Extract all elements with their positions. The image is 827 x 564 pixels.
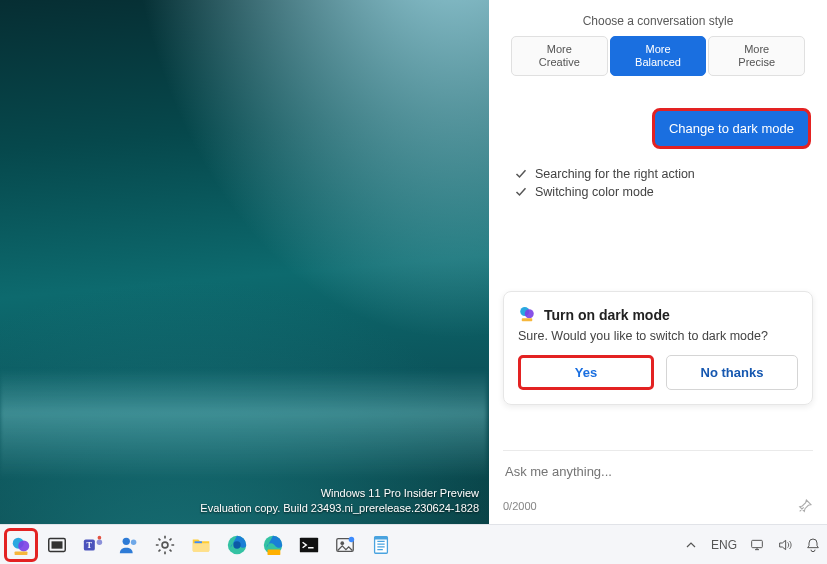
confirm-card: Turn on dark mode Sure. Would you like t… — [503, 291, 813, 405]
system-tray: ENG — [683, 537, 821, 553]
pin-icon[interactable] — [797, 498, 813, 514]
svg-rect-16 — [195, 541, 202, 543]
svg-point-24 — [349, 536, 355, 542]
chat-input[interactable] — [503, 463, 813, 480]
copilot-panel: Choose a conversation style More Creativ… — [489, 0, 827, 524]
tray-overflow-icon[interactable] — [683, 537, 699, 553]
svg-point-14 — [162, 542, 168, 548]
svg-rect-15 — [193, 543, 210, 551]
task-view-icon[interactable] — [42, 530, 72, 560]
taskbar-left: T — [6, 530, 396, 560]
settings-icon[interactable] — [150, 530, 180, 560]
file-explorer-icon[interactable] — [186, 530, 216, 560]
svg-point-10 — [97, 539, 103, 545]
svg-text:T: T — [87, 540, 93, 549]
yes-button[interactable]: Yes — [518, 355, 654, 390]
svg-point-12 — [123, 537, 130, 544]
card-body: Sure. Would you like to switch to dark m… — [518, 329, 798, 343]
svg-rect-26 — [375, 536, 388, 539]
style-tab-precise[interactable]: More Precise — [708, 36, 805, 76]
svg-point-11 — [98, 535, 102, 539]
svg-point-23 — [340, 541, 344, 545]
user-message-row: Change to dark mode — [489, 94, 827, 159]
check-icon — [515, 186, 527, 198]
terminal-icon[interactable] — [294, 530, 324, 560]
copilot-icon[interactable] — [6, 530, 36, 560]
conversation-style-header: Choose a conversation style — [489, 14, 827, 28]
svg-point-1 — [525, 310, 534, 319]
volume-icon[interactable] — [777, 537, 793, 553]
chat-input-area: 0/2000 — [503, 450, 813, 514]
no-thanks-button[interactable]: No thanks — [666, 355, 798, 390]
check-icon — [515, 168, 527, 180]
edge-icon[interactable] — [222, 530, 252, 560]
teams-icon[interactable]: T — [78, 530, 108, 560]
svg-point-13 — [131, 539, 137, 545]
card-title: Turn on dark mode — [544, 307, 670, 323]
notifications-icon[interactable] — [805, 537, 821, 553]
svg-rect-27 — [752, 540, 763, 547]
style-tab-creative[interactable]: More Creative — [511, 36, 608, 76]
svg-point-18 — [233, 541, 240, 548]
action-progress-list: Searching for the right action Switching… — [489, 159, 827, 223]
action-item: Searching for the right action — [515, 167, 801, 181]
svg-rect-7 — [52, 541, 63, 548]
svg-rect-5 — [15, 551, 28, 555]
char-counter: 0/2000 — [503, 500, 537, 512]
copilot-icon — [518, 304, 536, 325]
conversation-style-tabs: More Creative More Balanced More Precise — [511, 36, 805, 76]
edge-canary-icon[interactable] — [258, 530, 288, 560]
language-indicator[interactable]: ENG — [711, 538, 737, 552]
svg-rect-20 — [268, 549, 281, 555]
taskbar: T — [0, 524, 827, 564]
svg-rect-21 — [300, 537, 318, 552]
user-message-bubble: Change to dark mode — [652, 108, 811, 149]
svg-rect-2 — [522, 319, 533, 322]
photos-icon[interactable] — [330, 530, 360, 560]
notepad-icon[interactable] — [366, 530, 396, 560]
windows-watermark: Windows 11 Pro Insider Preview Evaluatio… — [200, 486, 479, 516]
people-icon[interactable] — [114, 530, 144, 560]
watermark-line2: Evaluation copy. Build 23493.ni_prerelea… — [200, 501, 479, 516]
watermark-line1: Windows 11 Pro Insider Preview — [200, 486, 479, 501]
svg-point-4 — [18, 540, 29, 551]
network-icon[interactable] — [749, 537, 765, 553]
style-tab-balanced[interactable]: More Balanced — [610, 36, 707, 76]
action-item: Switching color mode — [515, 185, 801, 199]
